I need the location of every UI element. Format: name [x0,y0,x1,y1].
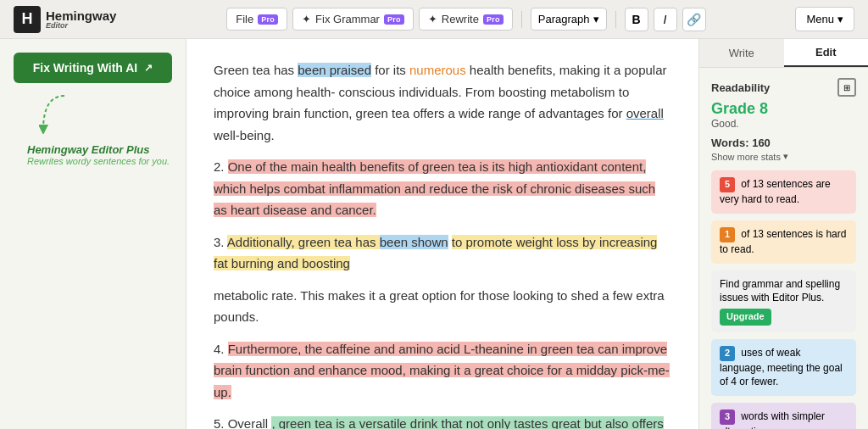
chevron-down-icon-stats: ▾ [783,151,788,162]
words-count: Words: 160 [711,136,856,149]
logo: H Hemingway Editor [14,6,116,33]
fix-writing-ai-button[interactable]: Fix Writing With AI ↗ [14,53,172,83]
upgrade-button[interactable]: Upgrade [720,309,771,325]
right-panel: Write Edit Readability ⊞ Grade 8 Good. W… [698,39,868,429]
badge-3: 3 [720,410,735,425]
italic-button[interactable]: I [654,8,677,31]
highlight-p6: , green tea is a versatile drink that no… [214,416,664,429]
highlight-p2: One of the main health benefits of green… [214,159,655,217]
toolbar-divider-2 [615,11,616,28]
highlight-p5: Furthermore, the caffeine and amino acid… [214,342,670,399]
pro-badge-rewrite: Pro [483,14,504,25]
highlight-overall-2: Overall [228,416,269,429]
paragraph-2[interactable]: 2. One of the main health benefits of gr… [214,156,671,221]
pro-badge: Pro [258,14,278,25]
grade-display: Grade 8 [711,100,856,118]
paragraph-4[interactable]: metabolic rate. This makes it a great op… [214,285,671,328]
tab-write[interactable]: Write [699,39,784,67]
score-card-simpler: 3 words with simpler alternatives. [711,403,856,429]
toolbar-divider [521,11,522,28]
main-layout: Fix Writing With AI ↗ Hemingway Editor P… [0,39,868,429]
menu-button[interactable]: Menu ▾ [795,7,854,31]
paragraph-3[interactable]: 3. Additionally, green tea has been show… [214,231,671,275]
external-link-icon: ↗ [144,62,153,74]
readability-label: Readability [711,81,770,94]
left-panel: Fix Writing With AI ↗ Hemingway Editor P… [0,39,186,429]
highlight-been-shown: been shown [380,235,448,249]
editor-area[interactable]: Green tea has been praised for its numer… [186,39,698,429]
score-card-grammar: Find grammar and spelling issues with Ed… [711,270,856,332]
rewrite-button[interactable]: ✦ Rewrite Pro [419,8,513,31]
paragraph-5[interactable]: 4. Furthermore, the caffeine and amino a… [214,338,671,404]
badge-5: 5 [720,177,735,192]
plus-subtitle: Rewrites wordy sentences for you. [14,156,172,166]
plus-label: Hemingway Editor Plus [14,143,172,156]
readability-icon-button[interactable]: ⊞ [837,78,856,97]
toolbar: File Pro ✦ Fix Grammar Pro ✦ Rewrite Pro… [147,8,785,31]
logo-name: Hemingway [46,9,116,22]
tab-edit[interactable]: Edit [784,39,869,67]
logo-icon: H [14,6,41,33]
score-card-hard: 1 of 13 sentences is hard to read. [711,220,856,264]
paragraph-6[interactable]: 5. Overall , green tea is a versatile dr… [214,413,671,429]
badge-2: 2 [720,346,735,361]
file-button[interactable]: File Pro [226,8,287,31]
highlight-overall-1: overall [626,106,664,120]
link-button[interactable]: 🔗 [682,8,706,31]
pro-badge-grammar: Pro [384,14,404,25]
grade-quality: Good. [711,118,856,130]
write-edit-tabs: Write Edit [699,39,868,68]
bold-button[interactable]: B [625,8,648,31]
badge-1: 1 [720,227,735,242]
dashed-arrow [14,83,172,143]
paragraph-dropdown[interactable]: Paragraph ▾ [531,8,607,31]
editor-content[interactable]: Green tea has been praised for its numer… [214,59,671,429]
readability-row: Readability ⊞ [711,78,856,97]
logo-sub: Editor [46,22,116,30]
highlight-numerous: numerous [409,63,466,77]
show-more-stats[interactable]: Show more stats ▾ [711,151,856,162]
score-card-very-hard: 5 of 13 sentences are very hard to read. [711,170,856,214]
fix-grammar-button[interactable]: ✦ Fix Grammar Pro [292,8,414,31]
score-card-weak: 2 uses of weak language, meeting the goa… [711,339,856,397]
app-header: H Hemingway Editor File Pro ✦ Fix Gramma… [0,0,868,39]
paragraph-1[interactable]: Green tea has been praised for its numer… [214,59,671,146]
highlight-been-praised: been praised [298,63,371,77]
stats-section: Readability ⊞ Grade 8 Good. Words: 160 S… [699,68,868,429]
chevron-down-icon: ▾ [593,13,599,25]
chevron-down-icon-menu: ▾ [837,13,843,25]
highlight-additionally: Additionally, green tea has [227,235,380,249]
